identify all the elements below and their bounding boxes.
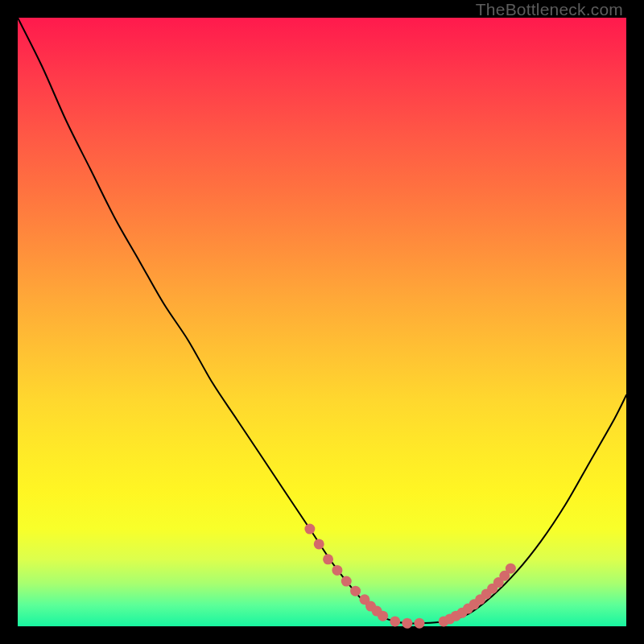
marker-dot — [390, 616, 400, 626]
marker-dot — [323, 554, 333, 564]
marker-dot — [304, 524, 315, 535]
marker-dot — [506, 564, 516, 574]
marker-dot — [402, 618, 412, 629]
watermark-text: TheBottleneck.com — [476, 0, 623, 19]
chart-frame: TheBottleneck.com — [0, 0, 644, 644]
marker-dot — [350, 586, 361, 597]
marker-dot — [314, 539, 324, 549]
marker-group — [304, 524, 515, 629]
marker-dot — [341, 576, 352, 587]
marker-dot — [414, 618, 424, 629]
marker-dot — [332, 565, 342, 576]
curve-svg — [18, 18, 626, 626]
plot-area — [18, 18, 626, 626]
bottleneck-curve — [18, 18, 626, 624]
marker-dot — [378, 611, 388, 621]
